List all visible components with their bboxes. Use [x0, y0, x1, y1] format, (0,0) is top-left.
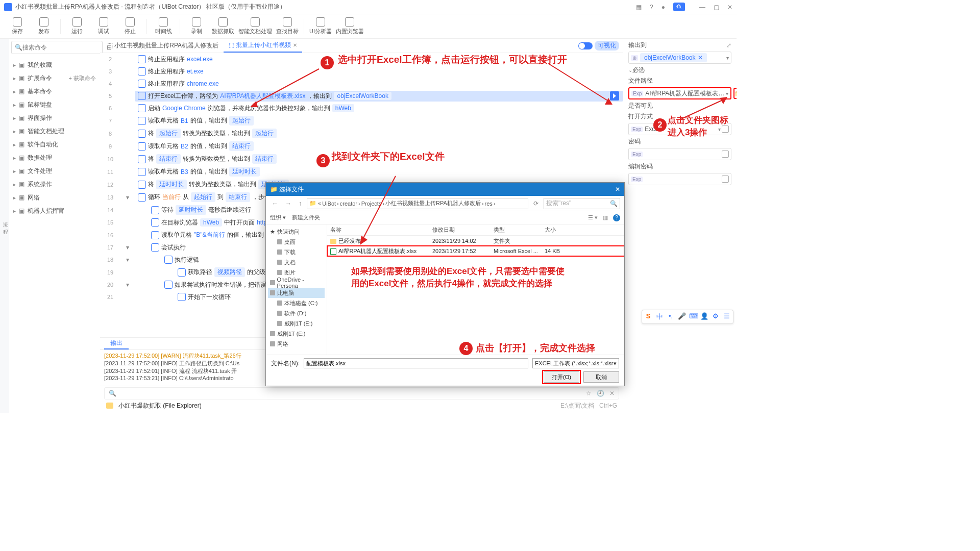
dialog-tree-item[interactable]: 桌面: [268, 237, 325, 247]
findtarget-button[interactable]: 查找目标: [275, 16, 300, 37]
dialog-tree-item[interactable]: 图片: [268, 267, 325, 278]
dialog-tree-item[interactable]: 威刚1T (E:): [268, 318, 325, 329]
nav-back[interactable]: ←: [270, 200, 280, 207]
minimize-button[interactable]: —: [699, 4, 705, 11]
record-button[interactable]: 录制: [184, 16, 209, 37]
maximize-button[interactable]: ▢: [714, 4, 719, 11]
nav-refresh[interactable]: ⟳: [531, 200, 541, 207]
run-button[interactable]: 运行: [65, 16, 89, 37]
vertical-tabs: 流程 命令: [0, 39, 9, 413]
timeline-button[interactable]: 时间线: [151, 16, 176, 37]
annotation-4: 4: [459, 342, 473, 355]
dialog-tree-item[interactable]: 威刚1T (E:): [268, 329, 325, 339]
dialog-help[interactable]: ?: [613, 214, 620, 221]
open-button[interactable]: 打开(O): [544, 371, 579, 383]
password-input[interactable]: Exp: [628, 148, 731, 160]
code-row[interactable]: 6启动 Google Chrome 浏览器，并将此浏览器作为操控对象，输出到 h…: [100, 102, 623, 114]
uianalyzer-button[interactable]: UI分析器: [308, 16, 333, 37]
dialog-tree-item[interactable]: ★快速访问: [268, 227, 325, 237]
svg-line-2: [549, 64, 610, 102]
annotation-3: 3: [316, 154, 330, 167]
dialog-search[interactable]: 搜索"res"🔍: [544, 198, 620, 209]
filename-input[interactable]: [304, 358, 528, 368]
code-row[interactable]: 5打开Excel工作簿，路径为 AI帮RPA机器人配置模板表.xlsx，输出到 …: [100, 90, 623, 102]
code-row[interactable]: 3终止应用程序 et.exe: [100, 65, 623, 78]
dialog-tree-item[interactable]: OneDrive - Persona: [268, 278, 325, 288]
tree-item[interactable]: ▸▣我的收藏: [9, 58, 100, 71]
annotation-middle-text: 如果找到需要使用别处的Excel文件，只需要选中需要使用的Excel文件，然后执…: [351, 265, 566, 290]
dialog-tree-item[interactable]: 下载: [268, 247, 325, 257]
preview-pane[interactable]: ▥: [603, 214, 608, 221]
smartdoc-button[interactable]: 智能文档处理: [237, 16, 273, 37]
command-search[interactable]: 🔍: [11, 41, 103, 54]
expand-icon[interactable]: ⤢: [726, 42, 731, 49]
annotation-4-text: 点击【打开】，完成文件选择: [476, 342, 595, 355]
newfolder-button[interactable]: 新建文件夹: [292, 214, 320, 221]
tree-item[interactable]: ▸▣文件处理: [9, 164, 100, 178]
app-logo: [4, 3, 12, 11]
tree-item[interactable]: ▸▣基本命令: [9, 85, 100, 98]
nav-up[interactable]: ↑: [297, 200, 304, 207]
debug-button[interactable]: 调试: [91, 16, 116, 37]
dialog-tree-item[interactable]: 文档: [268, 257, 325, 267]
ime-toolbar[interactable]: S中•,🎤⌨👤⚙☰: [642, 310, 733, 324]
tree-item[interactable]: ▸▣智能文档处理: [9, 124, 100, 138]
dialog-close[interactable]: ✕: [615, 186, 620, 193]
code-row[interactable]: 4终止应用程序 chrome.exe: [100, 78, 623, 90]
close-button[interactable]: ✕: [727, 4, 732, 11]
clock-icon[interactable]: 🕘: [597, 390, 604, 397]
view-mode[interactable]: ☰ ▾: [588, 214, 598, 221]
publish-button[interactable]: 发布: [32, 16, 56, 37]
clear-icon[interactable]: ✕: [609, 390, 615, 397]
vtab-flow[interactable]: 流程: [2, 219, 9, 238]
tree-item[interactable]: ▸▣数据处理: [9, 151, 100, 164]
svg-line-6: [362, 176, 396, 240]
datagrab-button[interactable]: 数据抓取: [211, 16, 235, 37]
cancel-button[interactable]: 取消: [583, 371, 619, 383]
user-badge[interactable]: 鱼: [673, 3, 685, 11]
tree-item[interactable]: ▸▣界面操作: [9, 111, 100, 124]
browser-button[interactable]: 内置浏览器: [335, 16, 364, 37]
grid-icon[interactable]: ▦: [636, 4, 642, 11]
svg-line-0: [253, 69, 319, 105]
help-icon[interactable]: ?: [650, 4, 653, 11]
file-tab[interactable]: ⬚ 批量上传小红书视频✕: [224, 39, 302, 53]
file-tab[interactable]: ⬚ 小红书视频批量上传RPA机器人修改后: [102, 39, 224, 53]
output-variable[interactable]: ⊕objExcelWorkBook ✕▾: [628, 52, 731, 64]
output-tab[interactable]: 输出: [104, 338, 129, 349]
dialog-tree-item[interactable]: 此电脑: [268, 288, 325, 298]
tree-item[interactable]: ▸▣鼠标键盘: [9, 98, 100, 111]
annotation-1-text: 选中打开Excel工作簿，点击运行按钮，可以直接打开: [338, 53, 567, 67]
nav-fwd[interactable]: →: [283, 200, 293, 207]
result-label[interactable]: 小红书爆款抓取 (File Explorer): [118, 402, 202, 410]
dialog-tree-item[interactable]: 软件 (D:): [268, 308, 325, 318]
global-search-input[interactable]: 🔍 ☆ 🕘 ✕: [104, 387, 619, 399]
filetype-select[interactable]: EXCEL工作表 (*.xlsx;*.xls;*.xlsr▾: [532, 358, 619, 368]
tree-item[interactable]: ▸▣系统操作: [9, 178, 100, 191]
breadcrumb[interactable]: 📁 « UiBot › creator › Projects › 小红书视频批量…: [307, 198, 528, 209]
star-icon[interactable]: ☆: [586, 390, 592, 397]
code-row[interactable]: 7读取单元格 B1 的值，输出到 起始行: [100, 114, 623, 127]
main-toolbar: 保存 发布 运行 调试 停止 时间线 录制 数据抓取 智能文档处理 查找目标 U…: [0, 14, 737, 39]
dialog-tree[interactable]: ★快速访问桌面下载文档图片OneDrive - Persona此电脑本地磁盘 (…: [266, 224, 327, 355]
stop-button[interactable]: 停止: [118, 16, 142, 37]
tree-item[interactable]: ▸▣扩展命令+ 获取命令: [9, 71, 100, 85]
organize-menu[interactable]: 组织 ▾: [270, 214, 286, 221]
dialog-tree-item[interactable]: 网络: [268, 339, 325, 349]
save-button[interactable]: 保存: [5, 16, 30, 37]
visual-toggle[interactable]: 可视化: [578, 41, 619, 51]
annotation-3-text: 找到文件夹下的Excel文件: [332, 150, 445, 164]
annotation-1: 1: [321, 56, 334, 69]
tree-item[interactable]: ▸▣机器人指挥官: [9, 204, 100, 217]
folder-icon: 📁: [734, 90, 737, 97]
search-input[interactable]: [22, 44, 99, 51]
dialog-tree-item[interactable]: 本地磁盘 (C:): [268, 298, 325, 308]
file-item[interactable]: AI帮RPA机器人配置模板表.xlsx2023/11/29 17:52Micro…: [327, 246, 624, 256]
tree-item[interactable]: ▸▣软件自动化: [9, 138, 100, 151]
browse-folder-button[interactable]: 📁: [733, 88, 737, 99]
edit-password-input[interactable]: Exp: [628, 173, 731, 185]
tree-item[interactable]: ▸▣网络: [9, 191, 100, 204]
code-row[interactable]: 8将 起始行 转换为整数类型，输出到 起始行: [100, 127, 623, 140]
title-bar: 小红书视频批量上传RPA机器人修改后 - 流程创造者（UiBot Creator…: [0, 0, 737, 14]
bottom-search-bar: 🔍 ☆ 🕘 ✕ 小红书爆款抓取 (File Explorer) E:\桌面\文档…: [100, 386, 623, 413]
